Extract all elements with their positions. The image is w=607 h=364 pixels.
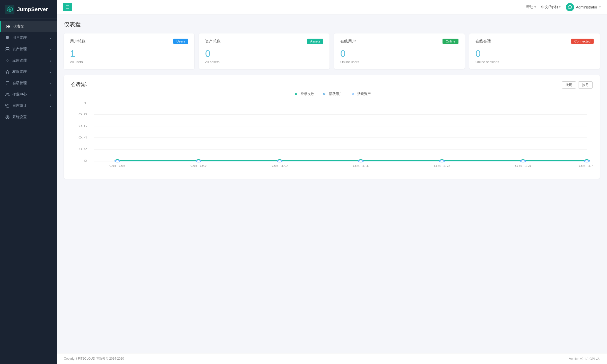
stat-card-online-users: 在线用户 Online 0 Online users — [334, 33, 465, 69]
dashboard-icon — [6, 24, 11, 29]
week-button[interactable]: 按周 — [562, 81, 576, 89]
chart-legend: 登录次数 活跃用户 活跃资产 — [71, 92, 593, 96]
svg-text:0.6: 0.6 — [79, 124, 87, 127]
sidebar-logo: JumpServer — [0, 0, 57, 19]
chevron-icon: ∨ — [49, 48, 51, 51]
svg-text:1: 1 — [84, 101, 87, 105]
nav-left: 仪表盘 — [6, 24, 24, 29]
menu-toggle-button[interactable]: ☰ — [63, 3, 72, 11]
chart-section: 会话统计 按周 按月 登录次数 活跃用户 活跃资产 — [64, 75, 600, 179]
svg-point-52 — [196, 160, 201, 162]
svg-text:08-14: 08-14 — [579, 164, 593, 167]
admin-avatar — [566, 3, 574, 11]
svg-rect-6 — [6, 47, 9, 49]
svg-text:08-09: 08-09 — [190, 164, 207, 167]
chart-title: 会话统计 — [71, 81, 90, 88]
month-button[interactable]: 按月 — [578, 81, 593, 89]
chevron-icon: ∨ — [49, 104, 51, 108]
svg-point-56 — [521, 160, 525, 162]
stat-label: All users — [70, 60, 188, 64]
svg-text:0: 0 — [84, 159, 87, 162]
stat-value: 1 — [70, 49, 188, 59]
svg-rect-3 — [7, 27, 8, 28]
legend-line — [293, 94, 299, 94]
svg-rect-7 — [6, 49, 9, 51]
help-link[interactable]: 帮助 ▾ — [526, 5, 536, 10]
nav-left: 日志审计 — [5, 103, 27, 108]
stat-card-total-users: 用户总数 Users 1 All users — [64, 33, 194, 69]
svg-text:0.2: 0.2 — [79, 148, 87, 151]
nav-label-settings: 系统设置 — [12, 115, 27, 119]
svg-rect-13 — [8, 61, 9, 62]
help-chevron-icon: ▾ — [534, 5, 536, 9]
svg-point-51 — [115, 160, 120, 162]
sidebar-item-users[interactable]: 用户管理 ∨ — [0, 32, 57, 44]
power-icon — [568, 5, 572, 10]
sidebar-item-settings[interactable]: 系统设置 — [0, 111, 57, 123]
stat-card-title: 资产总数 — [205, 39, 221, 44]
language-selector[interactable]: 中文(简体) ▾ — [541, 5, 560, 10]
svg-text:08-08: 08-08 — [109, 164, 125, 167]
sidebar-item-dashboard[interactable]: 仪表盘 — [0, 21, 57, 32]
stat-badge: Online — [443, 39, 458, 44]
stat-label: All assets — [205, 60, 323, 64]
svg-point-15 — [7, 117, 8, 118]
sidebar-item-apps[interactable]: 应用管理 ∨ — [0, 55, 57, 66]
legend-item: 登录次数 — [293, 92, 314, 96]
footer: Copyright FIT2CLOUD 飞致云 © 2014-2020 Vers… — [57, 353, 607, 364]
nav-left: 资产管理 — [5, 47, 27, 51]
copyright-text: Copyright FIT2CLOUD 飞致云 © 2014-2020 — [64, 357, 124, 361]
legend-label: 活跃资产 — [357, 92, 371, 96]
svg-rect-2 — [8, 25, 10, 26]
nav-label-sessions: 会话管理 — [12, 81, 27, 85]
admin-menu[interactable]: Administrator ▾ — [566, 3, 601, 11]
svg-text:08-11: 08-11 — [353, 164, 369, 167]
sidebar: JumpServer 仪表盘 用户管理 ∨ 资产管理 ∨ 应用管理 ∨ 权限管理 — [0, 0, 57, 364]
svg-text:0.8: 0.8 — [79, 113, 87, 116]
logo-text: JumpServer — [17, 6, 48, 12]
version-text: Version v2.1.1 GPLv2. — [569, 357, 600, 361]
nav-label-dashboard: 仪表盘 — [13, 24, 24, 29]
chevron-icon: ∨ — [49, 36, 51, 40]
svg-rect-11 — [8, 59, 9, 60]
sidebar-item-perms[interactable]: 权限管理 ∨ — [0, 66, 57, 77]
chevron-icon: ∨ — [49, 82, 51, 85]
legend-label: 活跃用户 — [329, 92, 342, 96]
admin-chevron-icon: ▾ — [599, 5, 601, 9]
sidebar-item-assets[interactable]: 资产管理 ∨ — [0, 44, 57, 55]
apps-icon — [5, 58, 10, 63]
svg-point-55 — [440, 160, 444, 162]
nav-label-assets: 资产管理 — [12, 47, 27, 51]
svg-rect-4 — [8, 27, 10, 28]
stat-card-title: 用户总数 — [70, 39, 85, 44]
stat-card-header: 在线用户 Online — [340, 39, 458, 44]
header: ☰ 帮助 ▾ 中文(简体) ▾ Administrator — [57, 0, 607, 14]
settings-icon — [5, 115, 10, 119]
nav-left: 用户管理 — [5, 36, 27, 40]
stat-label: Online sessions — [475, 60, 594, 64]
stat-card-title: 在线会话 — [475, 39, 491, 44]
nav-label-jobs: 作业中心 — [12, 92, 27, 97]
nav-label-perms: 权限管理 — [12, 70, 27, 74]
sidebar-item-sessions[interactable]: 会话管理 ∨ — [0, 77, 57, 89]
users-icon — [5, 36, 10, 40]
legend-line — [350, 94, 356, 94]
svg-point-14 — [6, 93, 7, 94]
legend-item: 活跃资产 — [350, 92, 371, 96]
nav-left: 权限管理 — [5, 70, 27, 74]
stat-card-header: 用户总数 Users — [70, 39, 188, 44]
stat-card-header: 在线会话 Connected — [475, 39, 594, 44]
svg-point-54 — [359, 160, 363, 162]
stat-value: 0 — [475, 49, 594, 59]
nav-label-apps: 应用管理 — [12, 58, 27, 63]
stat-value: 0 — [205, 49, 323, 59]
sidebar-item-audit[interactable]: 日志审计 ∨ — [0, 100, 57, 111]
sidebar-item-jobs[interactable]: 作业中心 ∨ — [0, 89, 57, 100]
page-title: 仪表盘 — [64, 21, 600, 28]
svg-text:0.4: 0.4 — [79, 136, 88, 139]
page-content: 仪表盘 用户总数 Users 1 All users 资产总数 Assets 0… — [57, 14, 607, 353]
nav-label-users: 用户管理 — [12, 36, 27, 40]
chevron-icon: ∨ — [49, 59, 51, 62]
perms-icon — [5, 70, 10, 74]
audit-icon — [5, 103, 10, 108]
